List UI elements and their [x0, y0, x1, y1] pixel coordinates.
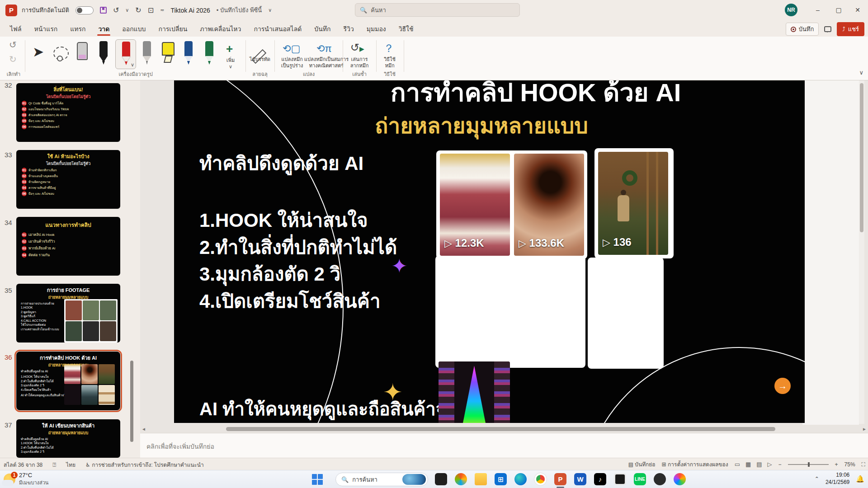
- ink-help-icon[interactable]: ？: [383, 41, 394, 56]
- ink-to-shape-label[interactable]: แปลงหมึกเป็นรูปร่าง: [281, 56, 303, 69]
- maximize-button[interactable]: ▢: [828, 0, 849, 20]
- notes-placeholder[interactable]: คลิกเพื่อที่จะเพิ่มบันทึกย่อ: [146, 441, 214, 451]
- taskbar-search[interactable]: 🔍 การค้นหา: [335, 473, 428, 486]
- comments-icon[interactable]: [824, 26, 831, 32]
- qat-customize-chevron[interactable]: ≂: [160, 7, 164, 13]
- tiktok-icon[interactable]: ♪: [594, 473, 606, 485]
- account-avatar[interactable]: NR: [785, 4, 797, 16]
- ink-replay-label[interactable]: เล่นการลากหมึก: [350, 56, 369, 69]
- start-slideshow-icon[interactable]: ⊡: [148, 6, 154, 14]
- obs-icon[interactable]: [654, 473, 666, 485]
- ink-to-math-label[interactable]: แปลงหมึกเป็นสมการทางคณิตศาสตร์: [304, 56, 349, 69]
- autosave-toggle[interactable]: [75, 6, 94, 14]
- ribbon-redo-icon[interactable]: ↻: [9, 54, 17, 65]
- pen-options-chevron[interactable]: ∨: [131, 62, 134, 68]
- pen-blue[interactable]: [183, 41, 194, 65]
- ribbon-undo-icon[interactable]: ↺: [9, 39, 17, 50]
- tab-transitions[interactable]: การเปลี่ยน: [152, 20, 193, 37]
- highlighter-yellow[interactable]: [162, 42, 175, 56]
- add-pen-label[interactable]: เพิ่ม: [226, 57, 235, 64]
- notes-pane[interactable]: คลิกเพื่อที่จะเพิ่มบันทึกย่อ: [140, 433, 868, 458]
- horizontal-scrollbar[interactable]: ◄ ►: [140, 426, 868, 433]
- pencil-gray[interactable]: [141, 41, 153, 65]
- video-thumb-led-tree[interactable]: [439, 361, 510, 423]
- slide-thumbnail-32[interactable]: สิ่งที่โดนแบน! โดนปิดกั้นบ่อยโดยไม่รู้ตั…: [16, 83, 120, 142]
- add-pen-chevron[interactable]: ∨: [229, 64, 232, 70]
- tab-help[interactable]: วิธีใช้: [392, 20, 420, 37]
- copilot-icon[interactable]: [455, 473, 467, 485]
- slide-title[interactable]: การทำคลิป HOOK ด้วย AI: [310, 80, 762, 113]
- start-button[interactable]: [312, 474, 323, 485]
- photos-icon[interactable]: [674, 473, 686, 485]
- save-location-label[interactable]: • บันทึกไปยัง พีซีนี้: [217, 5, 262, 15]
- task-view-icon[interactable]: [435, 473, 447, 485]
- video-thumb-teeth-hole[interactable]: ▷ 133.6K: [514, 154, 584, 256]
- zoom-level[interactable]: 75%: [844, 461, 855, 468]
- slide-thumbnail-37[interactable]: ให้ AI เขียนบทจากสินค้า ถ่ายหลายมุมหลายแ…: [16, 419, 120, 458]
- notification-bell-icon[interactable]: 🔔: [856, 475, 864, 483]
- powerpoint-app-icon[interactable]: P: [5, 5, 17, 16]
- clock-widget[interactable]: 19:06 24/1/2569: [826, 472, 849, 486]
- title-dropdown-chevron[interactable]: ∨: [268, 7, 272, 13]
- eraser-tool[interactable]: [77, 42, 88, 60]
- slide-lead-text[interactable]: ทำคลิปดึงดูดด้วย AI: [199, 148, 363, 178]
- pen-black[interactable]: [98, 41, 109, 65]
- tab-design[interactable]: ออกแบบ: [116, 20, 152, 37]
- powerpoint-taskbar-icon[interactable]: P: [554, 473, 566, 485]
- scroll-left-arrow[interactable]: ◄: [140, 426, 147, 433]
- thumbnail-panel-scrollbar[interactable]: [130, 361, 133, 442]
- zoom-out-button[interactable]: −: [778, 461, 782, 468]
- ink-help-label[interactable]: วิธีใช้หมึก: [384, 56, 396, 69]
- tab-slideshow[interactable]: การนำเสนอสไลด์: [247, 20, 308, 37]
- tray-chevron-icon[interactable]: ⌃: [815, 476, 819, 482]
- slide-sorter-view-icon[interactable]: ▦: [745, 461, 751, 468]
- slideshow-view-icon[interactable]: ▷: [768, 461, 772, 468]
- spellcheck-icon[interactable]: ⍰: [52, 461, 56, 469]
- slide-subtitle[interactable]: ถ่ายหลายมุมหลายแบบ: [278, 108, 685, 143]
- fit-to-window-icon[interactable]: ⛶: [862, 461, 865, 468]
- next-arrow-button[interactable]: →: [774, 378, 791, 394]
- zoom-in-button[interactable]: +: [835, 461, 838, 468]
- chrome-icon[interactable]: [534, 473, 547, 485]
- word-icon[interactable]: W: [574, 473, 586, 485]
- slide-thumbnail-33[interactable]: ใช้ Ai ห้ามอะไรบ้าง โดนปิดกั้นบ่อยโดยไม่…: [16, 150, 120, 209]
- slide-thumbnail-35[interactable]: การถ่าย FOOTAGE ถ่ายหลายมุมหลายแบบ การถ่…: [16, 284, 120, 343]
- line-icon[interactable]: LINE: [634, 473, 646, 485]
- ink-replay-icon[interactable]: ↺▶: [350, 41, 364, 54]
- notes-toggle[interactable]: ▤ บันทึกย่อ: [628, 460, 656, 469]
- slide-thumbnail-36-selected[interactable]: การทำคลิป HOOK ด้วย AI ถ่ายหลายมุมหลายแบ…: [16, 352, 120, 410]
- search-box[interactable]: 🔍 ค้นหา: [355, 3, 520, 17]
- tab-record[interactable]: บันทึก: [308, 20, 337, 37]
- minimize-button[interactable]: –: [807, 0, 828, 20]
- weather-widget[interactable]: 1 27°C มีเมฆบางส่วน: [4, 472, 48, 487]
- ink-to-math-icon[interactable]: ⟲π: [316, 43, 332, 55]
- share-button[interactable]: ⤴ แชร์: [837, 22, 864, 36]
- tab-draw[interactable]: วาด: [92, 20, 116, 37]
- slide-list[interactable]: 1.HOOK ให้น่าสนใจ 2.ทำในสิ่งที่ปกติทำไม่…: [199, 207, 397, 315]
- record-button[interactable]: บันทึก: [786, 23, 819, 36]
- file-explorer-icon[interactable]: [475, 473, 487, 485]
- capcut-icon[interactable]: [614, 473, 626, 485]
- video-thumb-garden[interactable]: ▷ 136: [598, 152, 668, 255]
- tab-file[interactable]: ไฟล์: [4, 20, 28, 37]
- edge-icon[interactable]: [514, 473, 527, 485]
- pen-red-selected[interactable]: ∨: [115, 39, 136, 69]
- tab-insert[interactable]: แทรก: [64, 20, 92, 37]
- display-settings-toggle[interactable]: ⊞ การตั้งค่าการแสดงผลของ: [662, 460, 728, 469]
- microsoft-store-icon[interactable]: ⊞: [495, 473, 507, 485]
- slide-thumbnail-34[interactable]: แนวทางการทำคลิป 01เอาคลิป Ai Hook 02เอาส…: [16, 217, 120, 276]
- pen-green[interactable]: [203, 41, 215, 65]
- normal-view-icon[interactable]: ▭: [735, 461, 740, 468]
- ink-to-shape-icon[interactable]: ⟲▢: [283, 43, 300, 55]
- scrollbar-thumb[interactable]: [860, 83, 863, 232]
- save-icon[interactable]: [100, 7, 107, 14]
- reading-view-icon[interactable]: ▤: [756, 461, 762, 468]
- vertical-scrollbar[interactable]: [859, 80, 864, 424]
- select-tool-icon[interactable]: ➤: [33, 44, 44, 60]
- zoom-slider[interactable]: [788, 464, 829, 465]
- slide-footer-text[interactable]: AI ทำให้คนหยุดดูและถือสินค้าจริง: [199, 394, 465, 423]
- undo-icon[interactable]: ↺: [113, 6, 119, 14]
- ruler-label[interactable]: ไม้บรรทัด: [250, 56, 270, 63]
- redo-icon[interactable]: ↻: [135, 6, 141, 14]
- undo-dropdown-chevron[interactable]: ∨: [125, 7, 129, 13]
